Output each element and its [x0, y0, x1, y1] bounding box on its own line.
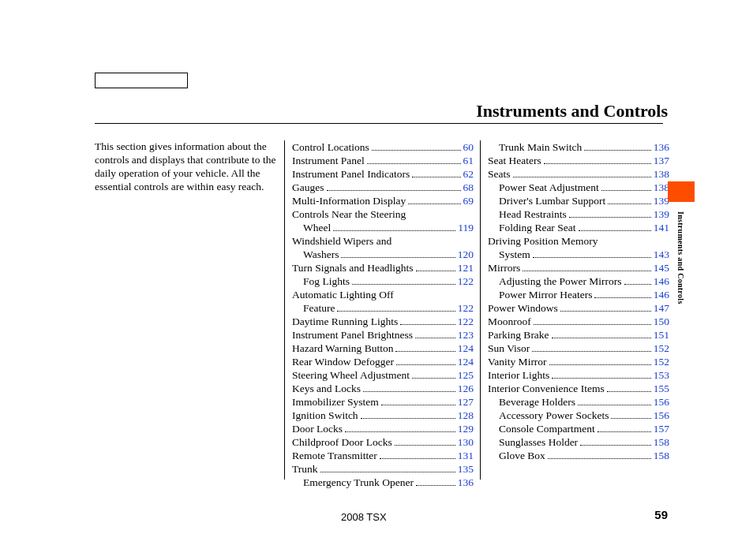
toc-page-link[interactable]: 146: [654, 288, 669, 301]
toc-entry: Instrument Panel Indicators62: [292, 167, 474, 181]
toc-leader-dots: [580, 445, 651, 446]
toc-entry: Vanity Mirror152: [488, 355, 669, 368]
toc-page-link[interactable]: 131: [458, 449, 474, 462]
toc-page-link[interactable]: 150: [654, 315, 669, 328]
corner-placeholder-box: [95, 73, 188, 88]
toc-entry: Console Compartment157: [488, 422, 669, 435]
toc-page-link[interactable]: 121: [458, 261, 474, 274]
toc-page-link[interactable]: 60: [463, 140, 474, 154]
toc-page-link[interactable]: 155: [654, 382, 669, 395]
toc-leader-dots: [408, 203, 460, 204]
toc-page-link[interactable]: 124: [458, 342, 474, 355]
toc-page-link[interactable]: 156: [654, 395, 669, 409]
toc-entry: Power Seat Adjustment138: [488, 181, 669, 194]
toc-page-link[interactable]: 119: [458, 221, 474, 234]
toc-entry: Seats138: [488, 167, 669, 181]
toc-entry: Adjusting the Power Mirrors146: [488, 274, 669, 288]
toc-page-link[interactable]: 158: [654, 435, 669, 449]
toc-entry-label: Seats: [488, 167, 511, 181]
toc-entry-label: Washers: [303, 248, 339, 261]
toc-page-link[interactable]: 136: [458, 476, 474, 489]
toc-page-link[interactable]: 143: [654, 248, 669, 261]
toc-page-link[interactable]: 137: [654, 154, 669, 167]
toc-page-link[interactable]: 141: [654, 221, 669, 234]
toc-entry-label: Childproof Door Locks: [292, 435, 392, 449]
toc-leader-dots: [333, 230, 455, 231]
toc-entry-label: Interior Convenience Items: [488, 382, 605, 395]
toc-page-link[interactable]: 129: [458, 422, 474, 435]
toc-entry: Power Windows147: [488, 301, 669, 315]
toc-entry-label: Automatic Lighting Off: [292, 288, 394, 301]
toc-entry: Feature122: [292, 301, 474, 315]
toc-entry-label: Rear Window Defogger: [292, 355, 394, 368]
section-tab-marker: [668, 181, 695, 202]
toc-page-link[interactable]: 126: [458, 382, 474, 395]
toc-page-link[interactable]: 61: [463, 154, 474, 167]
toc-entry-label: Daytime Running Lights: [292, 315, 398, 328]
toc-entry: Wheel119: [292, 221, 474, 234]
toc-entry: Interior Convenience Items155: [488, 382, 669, 395]
toc-entry: Daytime Running Lights122: [292, 315, 474, 328]
toc-page-link[interactable]: 124: [458, 355, 474, 368]
toc-entry: Glove Box158: [488, 449, 669, 462]
toc-page-link[interactable]: 157: [654, 422, 669, 435]
toc-entry-wrap-start: Automatic Lighting Off: [292, 288, 474, 301]
toc-leader-dots: [534, 324, 651, 325]
toc-leader-dots: [523, 271, 651, 271]
toc-entry-label: Gauges: [292, 181, 324, 194]
toc-entry-label: Instrument Panel: [292, 154, 365, 167]
title-underline: [95, 123, 663, 124]
toc-page-link[interactable]: 156: [654, 409, 669, 422]
toc-leader-dots: [361, 418, 455, 419]
toc-page-link[interactable]: 153: [654, 368, 669, 382]
toc-entry-wrap-start: Driving Position Memory: [488, 234, 669, 248]
toc-page-link[interactable]: 122: [458, 301, 474, 315]
toc-page-link[interactable]: 145: [654, 261, 669, 274]
toc-entry-label: Seat Heaters: [488, 154, 541, 167]
toc-page-link[interactable]: 152: [654, 355, 669, 368]
toc-page-link[interactable]: 68: [463, 181, 474, 194]
toc-page-link[interactable]: 128: [458, 409, 474, 422]
toc-leader-dots: [327, 190, 461, 191]
side-tab-label: Instruments and Controls: [676, 211, 685, 304]
toc-entry-label: Windshield Wipers and: [292, 234, 391, 248]
toc-page-link[interactable]: 62: [463, 167, 474, 181]
toc-entry-label: Sun Visor: [488, 342, 530, 355]
toc-entry-label: Interior Lights: [488, 368, 549, 382]
toc-page-link[interactable]: 135: [458, 462, 474, 476]
toc-leader-dots: [611, 418, 650, 419]
toc-leader-dots: [412, 378, 455, 379]
toc-entry: Interior Lights153: [488, 368, 669, 382]
toc-page-link[interactable]: 147: [654, 301, 669, 315]
toc-entry: System143: [488, 248, 669, 261]
column-divider-2: [480, 140, 481, 480]
toc-page-link[interactable]: 120: [458, 248, 474, 261]
toc-page-link[interactable]: 139: [654, 194, 669, 207]
toc-page-link[interactable]: 69: [463, 194, 474, 207]
toc-page-link[interactable]: 123: [458, 328, 474, 342]
toc-page-link[interactable]: 122: [458, 274, 474, 288]
toc-page-link[interactable]: 151: [654, 328, 669, 342]
toc-leader-dots: [608, 203, 651, 204]
toc-entry: Emergency Trunk Opener136: [292, 476, 474, 489]
toc-page-link[interactable]: 130: [458, 435, 474, 449]
toc-page-link[interactable]: 152: [654, 342, 669, 355]
toc-entry: Multi-Information Display69: [292, 194, 474, 207]
toc-entry: Driver's Lumbar Support139: [488, 194, 669, 207]
toc-page-link[interactable]: 139: [654, 207, 669, 221]
toc-page-link[interactable]: 136: [654, 140, 669, 154]
toc-page-link[interactable]: 146: [654, 274, 669, 288]
toc-leader-dots: [367, 163, 461, 164]
toc-page-link[interactable]: 138: [654, 181, 669, 194]
toc-leader-dots: [400, 324, 455, 325]
toc-entry: Instrument Panel61: [292, 154, 474, 167]
toc-page-link[interactable]: 125: [458, 368, 474, 382]
toc-entry-label: Trunk: [292, 462, 318, 476]
toc-entry: Keys and Locks126: [292, 382, 474, 395]
toc-page-link[interactable]: 138: [654, 167, 669, 181]
toc-page-link[interactable]: 158: [654, 449, 669, 462]
toc-page-link[interactable]: 122: [458, 315, 474, 328]
toc-entry-label: Power Mirror Heaters: [499, 288, 592, 301]
toc-entry-label: Fog Lights: [303, 274, 350, 288]
toc-page-link[interactable]: 127: [458, 395, 474, 409]
